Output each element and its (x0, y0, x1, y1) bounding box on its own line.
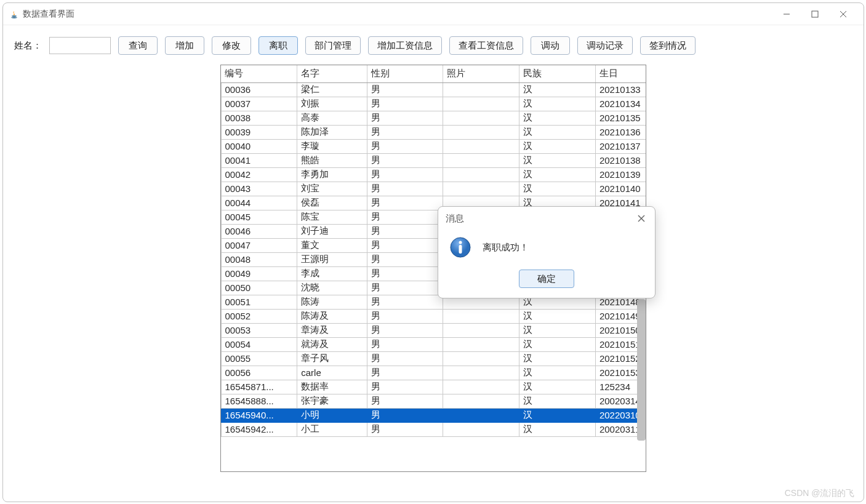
table-cell: 男 (367, 422, 443, 436)
table-cell (443, 351, 519, 366)
close-button[interactable] (829, 5, 857, 23)
table-cell: 00040 (221, 139, 297, 153)
minimize-button[interactable] (772, 5, 801, 23)
name-input[interactable] (49, 37, 111, 54)
table-cell: 男 (367, 351, 443, 366)
table-cell: 00053 (221, 323, 297, 337)
table-row[interactable]: 00055章子风男汉20210152 (221, 351, 646, 366)
table-cell: 00039 (221, 125, 297, 139)
table-cell: 男 (367, 380, 443, 394)
edit-button[interactable]: 修改 (212, 36, 251, 55)
table-cell: 李勇加 (297, 167, 367, 182)
table-cell (443, 380, 519, 394)
table-cell: 00043 (221, 182, 297, 196)
table-cell: 汉 (519, 111, 596, 125)
table-cell: 男 (367, 252, 443, 266)
table-cell: 男 (367, 182, 443, 196)
table-row[interactable]: 00039陈加泽男汉20210136 (221, 125, 646, 139)
table-row[interactable]: 16545888...张宇豪男汉20020314 (221, 394, 646, 408)
table-cell (443, 182, 519, 196)
table-header[interactable]: 照片 (443, 65, 519, 82)
table-header[interactable]: 民族 (519, 65, 596, 82)
table-cell (443, 153, 519, 167)
table-row[interactable]: 16545871...数据率男汉125234 (221, 380, 646, 394)
table-cell: 男 (367, 153, 443, 167)
table-cell: 汉 (519, 408, 596, 422)
table-header[interactable]: 性别 (367, 65, 443, 82)
vertical-scrollbar[interactable] (637, 299, 646, 441)
query-button[interactable]: 查询 (118, 36, 158, 55)
table-cell (443, 139, 519, 153)
table-cell: 男 (367, 224, 443, 238)
table-cell: 汉 (519, 182, 596, 196)
table-row[interactable]: 00054就涛及男汉20210151 (221, 337, 646, 351)
add-salary-button[interactable]: 增加工资信息 (368, 36, 442, 55)
toolbar: 姓名： 查询 增加 修改 离职 部门管理 增加工资信息 查看工资信息 调动 调动… (3, 25, 864, 60)
checkin-button[interactable]: 签到情况 (640, 36, 696, 55)
table-cell (443, 309, 519, 323)
table-row[interactable]: 00040李璇男汉20210137 (221, 139, 646, 153)
table-cell (443, 167, 519, 182)
table-cell (443, 97, 519, 111)
info-icon (449, 236, 471, 258)
table-cell: 男 (367, 281, 443, 295)
table-cell: 00055 (221, 351, 297, 366)
dialog-close-button[interactable] (635, 212, 647, 225)
table-cell: 男 (367, 295, 443, 309)
table-cell (443, 366, 519, 380)
table-cell: 20210134 (595, 97, 646, 111)
table-cell: 汉 (519, 337, 596, 351)
table-cell: 16545942... (221, 422, 297, 436)
table-row[interactable]: 16545942...小工男汉20020311 (221, 422, 646, 436)
table-row[interactable]: 16545940...小明男汉20220310 (221, 408, 646, 422)
table-row[interactable]: 00041熊皓男汉20210138 (221, 153, 646, 167)
table-cell: 男 (367, 266, 443, 281)
table-cell: 陈涛 (297, 295, 367, 309)
table-cell (443, 82, 519, 97)
table-header[interactable]: 编号 (221, 65, 297, 82)
table-cell: 李成 (297, 266, 367, 281)
table-cell: 陈涛及 (297, 309, 367, 323)
table-row[interactable]: 00036梁仁男汉20210133 (221, 82, 646, 97)
table-row[interactable]: 00038高泰男汉20210135 (221, 111, 646, 125)
resign-button[interactable]: 离职 (259, 36, 298, 55)
table-cell: 00051 (221, 295, 297, 309)
maximize-button[interactable] (801, 5, 829, 23)
table-cell (443, 422, 519, 436)
table-cell: 20210133 (595, 82, 646, 97)
table-row[interactable]: 00037刘振男汉20210134 (221, 97, 646, 111)
table-cell: 王源明 (297, 252, 367, 266)
table-cell (443, 125, 519, 139)
table-cell: 男 (367, 97, 443, 111)
table-row[interactable]: 00042李勇加男汉20210139 (221, 167, 646, 182)
table-cell (443, 337, 519, 351)
table-cell: 00047 (221, 238, 297, 252)
transfer-button[interactable]: 调动 (531, 36, 570, 55)
table-cell: 00050 (221, 281, 297, 295)
table-header[interactable]: 生日 (595, 65, 646, 82)
table-cell: 数据率 (297, 380, 367, 394)
table-cell: 00052 (221, 309, 297, 323)
table-cell: 00049 (221, 266, 297, 281)
table-header[interactable]: 名字 (297, 65, 367, 82)
dialog-ok-button[interactable]: 确定 (519, 270, 574, 288)
table-cell: 男 (367, 408, 443, 422)
table-cell: 男 (367, 111, 443, 125)
dept-manage-button[interactable]: 部门管理 (305, 36, 361, 55)
table-row[interactable]: 00043刘宝男汉20210140 (221, 182, 646, 196)
table-cell: 男 (367, 366, 443, 380)
table-row[interactable]: 00056carle男汉20210153 (221, 366, 646, 380)
table-cell: 00041 (221, 153, 297, 167)
table-cell: 00046 (221, 224, 297, 238)
table-cell (443, 394, 519, 408)
table-row[interactable]: 00053章涛及男汉20210150 (221, 323, 646, 337)
table-cell: 熊皓 (297, 153, 367, 167)
table-cell: 汉 (519, 394, 596, 408)
transfer-log-button[interactable]: 调动记录 (577, 36, 633, 55)
add-button[interactable]: 增加 (165, 36, 204, 55)
view-salary-button[interactable]: 查看工资信息 (449, 36, 523, 55)
table-row[interactable]: 00052陈涛及男汉20210149 (221, 309, 646, 323)
table-cell: 男 (367, 139, 443, 153)
table-cell: 00044 (221, 196, 297, 210)
table-cell: 男 (367, 337, 443, 351)
